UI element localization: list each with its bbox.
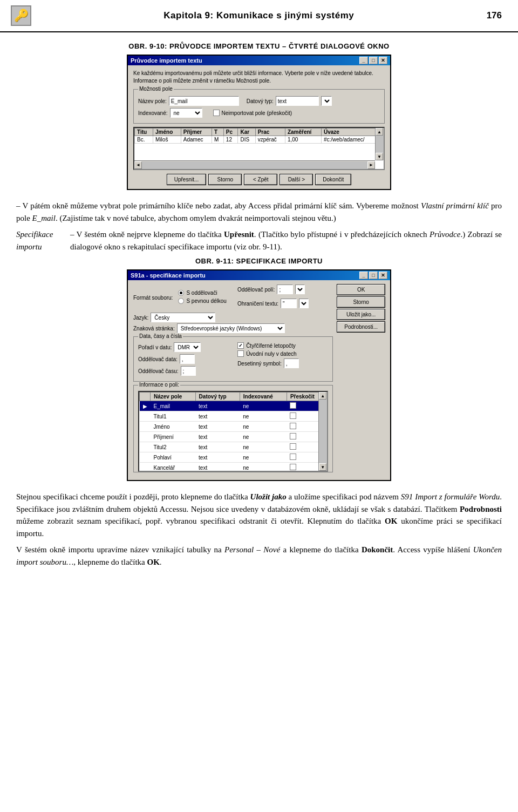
row-name: Jméno: [151, 422, 196, 432]
table-row[interactable]: Pohlaví text ne: [140, 452, 327, 463]
page-header: 🔑 Kapitola 9: Komunikace s jinými systém…: [0, 0, 518, 32]
podrobnosti-button[interactable]: Podrobnosti...: [337, 322, 385, 332]
row-arrow: [140, 432, 151, 442]
table-row[interactable]: Příjmení text ne: [140, 432, 327, 442]
row-name: Titul1: [151, 411, 196, 422]
import-table-container: Název pole Datový typ Indexované Přeskoč…: [138, 391, 328, 472]
personal-nove-italic: Personal – Nové: [224, 545, 280, 554]
row-index: ne: [240, 411, 287, 422]
upresit-bold: Upřesnit: [224, 230, 254, 239]
date-order-select[interactable]: DMR: [174, 342, 201, 352]
upresit-button[interactable]: Upřesnit...: [167, 174, 206, 185]
decimal-input[interactable]: [284, 358, 299, 368]
scroll-left-btn[interactable]: ◄: [134, 161, 142, 169]
table-scroll-down[interactable]: ▼: [319, 463, 326, 471]
radio1[interactable]: [178, 290, 184, 296]
dialog2-right-buttons: OK Storno Uložit jako... Podrobnosti...: [337, 285, 385, 476]
leading-zeros-checkbox[interactable]: [237, 350, 244, 357]
quote-select[interactable]: ▼: [299, 299, 309, 308]
language-select[interactable]: Česky: [151, 313, 215, 322]
row-name: Příjmení: [151, 432, 196, 442]
vscrollbar[interactable]: ▲ ▼: [375, 128, 384, 160]
format-row: Formát souboru: S oddělovači S pevnou dé…: [133, 285, 333, 310]
language-row: Jazyk: Česky: [133, 313, 333, 322]
body-text-block2: Stejnou specifikaci chceme použít i pozd…: [16, 491, 502, 568]
next-button[interactable]: Další >: [280, 174, 312, 185]
leading-zeros-row: Úvodní nuly v datech: [237, 350, 328, 357]
date-sep-row: Oddělovač data:: [138, 354, 229, 364]
dialog2-maximize-btn[interactable]: □: [369, 272, 378, 279]
radio2[interactable]: [178, 298, 184, 304]
ulozit-button[interactable]: Uložit jako...: [337, 309, 385, 320]
table-scroll-up[interactable]: ▲: [319, 392, 326, 400]
ok-button[interactable]: OK: [337, 285, 385, 295]
field-info-label: Informace o poli:: [138, 382, 180, 388]
dialog1: Průvodce importem textu _ □ ✕ Ke každému…: [127, 55, 391, 190]
figure1-caption: OBR. 9-10: PRŮVODCE IMPORTEM TEXTU – ČTV…: [16, 42, 502, 50]
pruvodce-italic: Průvodce: [430, 230, 460, 239]
date-sep-input[interactable]: [180, 354, 195, 364]
storno-button[interactable]: Storno: [209, 174, 241, 185]
ulozit-jako-bolditalic: Uložit jako: [250, 492, 287, 501]
four-digit-label: Čtyřčíferné letopočty: [246, 343, 296, 349]
table-row[interactable]: Kancelář text ne: [140, 463, 327, 472]
options-groupbox: Možnosti pole Název pole: Datový typ: ▼ …: [133, 89, 385, 124]
data-type-select[interactable]: ▼: [321, 96, 332, 106]
finish-button[interactable]: Dokončit: [316, 174, 351, 185]
col-kar: Kar: [238, 128, 255, 136]
sep-input[interactable]: [277, 285, 293, 294]
row-arrow: [140, 463, 151, 472]
language-label: Jazyk:: [133, 315, 148, 321]
data-type-label: Datový typ:: [247, 98, 274, 104]
indexed-select[interactable]: ne: [170, 108, 202, 118]
dialog1-maximize-btn[interactable]: □: [369, 57, 378, 64]
sep-select[interactable]: ▼: [295, 285, 305, 294]
cell-prac: vzpérač: [255, 136, 285, 144]
scroll-right-btn[interactable]: ►: [367, 161, 375, 169]
time-sep-row: Oddělovač času:: [138, 366, 229, 376]
side-label-row: Specifikaceimportu – V šestém okně nejpr…: [16, 228, 502, 253]
data-type-input[interactable]: [276, 96, 319, 106]
dialog2-titlebar: S91a - specifikace importu _ □ ✕: [128, 270, 390, 280]
row-index: ne: [240, 432, 287, 442]
four-digit-checkbox[interactable]: ✓: [237, 342, 244, 349]
dialog1-close-btn[interactable]: ✕: [379, 57, 387, 64]
sep-label: Oddělovač polí:: [237, 287, 275, 293]
table-vscrollbar[interactable]: ▲ ▼: [318, 392, 327, 471]
table-row[interactable]: Titul2 text ne: [140, 442, 327, 452]
table-row[interactable]: Jméno text ne: [140, 422, 327, 432]
side-content: – V šestém okně nejprve klepneme do tlač…: [70, 228, 502, 253]
datetime-columns: Pořadí v datu: DMR Oddělovač data:: [138, 342, 328, 378]
dokoncit-bold: Dokončit: [362, 545, 393, 554]
charset-select[interactable]: Středoevropské jazyky (Windows): [177, 323, 285, 333]
dialog2-left: Formát souboru: S oddělovači S pevnou dé…: [133, 285, 333, 476]
time-sep-input[interactable]: [181, 366, 196, 376]
dialog2-titlebar-buttons: _ □ ✕: [359, 272, 387, 279]
quote-row: Ohraničení textu: ▼: [237, 299, 309, 308]
dialog2-close-btn[interactable]: ✕: [379, 272, 387, 279]
scroll-down-btn[interactable]: ▼: [376, 153, 383, 160]
row-type: text: [195, 442, 240, 452]
quote-input[interactable]: [281, 299, 297, 308]
row-type: text: [195, 463, 240, 472]
dialog2-storno-button[interactable]: Storno: [337, 297, 385, 307]
dialog2-minimize-btn[interactable]: _: [359, 272, 368, 279]
table-row[interactable]: Titul1 text ne: [140, 411, 327, 422]
dialog1-titlebar-buttons: _ □ ✕: [359, 57, 387, 64]
para2: – V šestém okně nejprve klepneme do tlač…: [70, 228, 502, 253]
ok2-bold: OK: [147, 558, 159, 566]
format-label: Formát souboru:: [133, 295, 173, 301]
scroll-up-btn[interactable]: ▲: [376, 128, 383, 136]
hscrollbar[interactable]: ◄ ►: [134, 160, 375, 169]
dialog1-minimize-btn[interactable]: _: [359, 57, 368, 64]
dialog2-title: S91a - specifikace importu: [131, 272, 206, 279]
skip-checkbox[interactable]: [213, 110, 220, 116]
table-row[interactable]: ▶ E_mail text ne: [140, 401, 327, 411]
date-order-label: Pořadí v datu:: [138, 344, 172, 350]
field-name-input[interactable]: [169, 96, 239, 106]
datetime-right: ✓ Čtyřčíferné letopočty Úvodní nuly v da…: [237, 342, 328, 378]
cell-jmeno: Miloš: [153, 136, 181, 144]
back-button[interactable]: < Zpět: [244, 174, 277, 185]
date-order-row: Pořadí v datu: DMR: [138, 342, 229, 352]
dialog1-titlebar: Průvodce importem textu _ □ ✕: [128, 56, 390, 65]
